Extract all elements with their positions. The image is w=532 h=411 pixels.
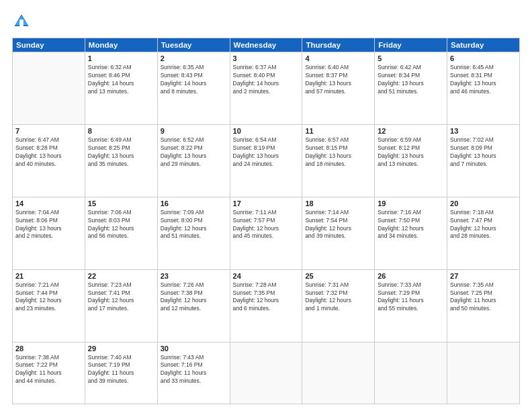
day-number: 21 [15, 272, 82, 280]
cell-info: Sunrise: 7:26 AM Sunset: 7:38 PM Dayligh… [161, 281, 227, 314]
day-number: 15 [88, 199, 154, 208]
weekday-header-row: SundayMondayTuesdayWednesdayThursdayFrid… [13, 38, 520, 52]
cell-info: Sunrise: 7:09 AM Sunset: 8:00 PM Dayligh… [161, 209, 227, 241]
calendar-cell [230, 342, 302, 404]
day-number: 14 [15, 199, 82, 208]
day-number: 29 [88, 345, 154, 353]
calendar-cell [375, 342, 447, 404]
weekday-header-wednesday: Wednesday [230, 38, 302, 52]
calendar-week-row: 28Sunrise: 7:38 AM Sunset: 7:22 PM Dayli… [13, 342, 520, 404]
calendar-week-row: 21Sunrise: 7:21 AM Sunset: 7:44 PM Dayli… [13, 269, 520, 342]
calendar-week-row: 14Sunrise: 7:04 AM Sunset: 8:06 PM Dayli… [13, 197, 520, 269]
cell-info: Sunrise: 6:45 AM Sunset: 8:31 PM Dayligh… [450, 64, 517, 96]
weekday-header-tuesday: Tuesday [157, 38, 230, 52]
cell-info: Sunrise: 6:47 AM Sunset: 8:28 PM Dayligh… [15, 136, 82, 169]
cell-info: Sunrise: 6:57 AM Sunset: 8:15 PM Dayligh… [305, 136, 371, 169]
day-number: 3 [233, 54, 300, 62]
cell-info: Sunrise: 7:16 AM Sunset: 7:50 PM Dayligh… [378, 209, 444, 241]
cell-info: Sunrise: 7:40 AM Sunset: 7:19 PM Dayligh… [88, 354, 154, 386]
cell-info: Sunrise: 7:43 AM Sunset: 7:16 PM Dayligh… [161, 354, 227, 386]
calendar-cell: 6Sunrise: 6:45 AM Sunset: 8:31 PM Daylig… [447, 52, 520, 125]
cell-info: Sunrise: 7:04 AM Sunset: 8:06 PM Dayligh… [15, 209, 82, 241]
svg-rect-2 [19, 19, 24, 26]
logo [12, 12, 34, 31]
cell-info: Sunrise: 6:32 AM Sunset: 8:46 PM Dayligh… [88, 64, 154, 96]
calendar-cell: 10Sunrise: 6:54 AM Sunset: 8:19 PM Dayli… [230, 124, 302, 197]
day-number: 10 [233, 127, 300, 135]
calendar-cell: 20Sunrise: 7:18 AM Sunset: 7:47 PM Dayli… [447, 197, 520, 269]
header [12, 12, 520, 31]
day-number: 2 [161, 54, 227, 62]
cell-info: Sunrise: 7:23 AM Sunset: 7:41 PM Dayligh… [88, 281, 154, 314]
cell-info: Sunrise: 7:28 AM Sunset: 7:35 PM Dayligh… [233, 281, 300, 314]
cell-info: Sunrise: 7:33 AM Sunset: 7:29 PM Dayligh… [378, 281, 444, 314]
day-number: 23 [161, 272, 227, 280]
cell-info: Sunrise: 6:40 AM Sunset: 8:37 PM Dayligh… [305, 64, 371, 96]
calendar-cell: 4Sunrise: 6:40 AM Sunset: 8:37 PM Daylig… [302, 52, 375, 125]
day-number: 9 [161, 127, 227, 135]
day-number: 6 [450, 54, 517, 62]
calendar-cell: 12Sunrise: 6:59 AM Sunset: 8:12 PM Dayli… [375, 124, 447, 197]
day-number: 1 [88, 54, 154, 62]
day-number: 19 [378, 199, 444, 208]
calendar-cell: 15Sunrise: 7:06 AM Sunset: 8:03 PM Dayli… [85, 197, 157, 269]
day-number: 28 [15, 345, 82, 353]
day-number: 11 [305, 127, 371, 135]
day-number: 4 [305, 54, 371, 62]
calendar-cell: 3Sunrise: 6:37 AM Sunset: 8:40 PM Daylig… [230, 52, 302, 125]
day-number: 30 [161, 345, 227, 353]
cell-info: Sunrise: 7:02 AM Sunset: 8:09 PM Dayligh… [450, 136, 517, 169]
calendar-cell: 17Sunrise: 7:11 AM Sunset: 7:57 PM Dayli… [230, 197, 302, 269]
calendar-table: SundayMondayTuesdayWednesdayThursdayFrid… [12, 38, 520, 404]
cell-info: Sunrise: 6:52 AM Sunset: 8:22 PM Dayligh… [161, 136, 227, 169]
calendar-cell: 16Sunrise: 7:09 AM Sunset: 8:00 PM Dayli… [157, 197, 230, 269]
day-number: 22 [88, 272, 154, 280]
cell-info: Sunrise: 7:06 AM Sunset: 8:03 PM Dayligh… [88, 209, 154, 241]
calendar-week-row: 1Sunrise: 6:32 AM Sunset: 8:46 PM Daylig… [13, 52, 520, 125]
calendar-cell: 27Sunrise: 7:35 AM Sunset: 7:25 PM Dayli… [447, 269, 520, 342]
day-number: 12 [378, 127, 444, 135]
cell-info: Sunrise: 6:42 AM Sunset: 8:34 PM Dayligh… [378, 64, 444, 96]
day-number: 5 [378, 54, 444, 62]
day-number: 13 [450, 127, 517, 135]
calendar-cell: 18Sunrise: 7:14 AM Sunset: 7:54 PM Dayli… [302, 197, 375, 269]
calendar-cell: 23Sunrise: 7:26 AM Sunset: 7:38 PM Dayli… [157, 269, 230, 342]
day-number: 8 [88, 127, 154, 135]
calendar-cell: 22Sunrise: 7:23 AM Sunset: 7:41 PM Dayli… [85, 269, 157, 342]
day-number: 24 [233, 272, 300, 280]
calendar-cell: 19Sunrise: 7:16 AM Sunset: 7:50 PM Dayli… [375, 197, 447, 269]
cell-info: Sunrise: 7:21 AM Sunset: 7:44 PM Dayligh… [15, 281, 82, 314]
weekday-header-saturday: Saturday [447, 38, 520, 52]
calendar-cell: 9Sunrise: 6:52 AM Sunset: 8:22 PM Daylig… [157, 124, 230, 197]
calendar-cell: 5Sunrise: 6:42 AM Sunset: 8:34 PM Daylig… [375, 52, 447, 125]
cell-info: Sunrise: 6:37 AM Sunset: 8:40 PM Dayligh… [233, 64, 300, 96]
weekday-header-friday: Friday [375, 38, 447, 52]
day-number: 20 [450, 199, 517, 208]
calendar-cell: 13Sunrise: 7:02 AM Sunset: 8:09 PM Dayli… [447, 124, 520, 197]
calendar-cell: 11Sunrise: 6:57 AM Sunset: 8:15 PM Dayli… [302, 124, 375, 197]
calendar-cell: 8Sunrise: 6:49 AM Sunset: 8:25 PM Daylig… [85, 124, 157, 197]
day-number: 17 [233, 199, 300, 208]
weekday-header-monday: Monday [85, 38, 157, 52]
calendar-cell: 21Sunrise: 7:21 AM Sunset: 7:44 PM Dayli… [13, 269, 85, 342]
day-number: 16 [161, 199, 227, 208]
calendar-cell [13, 52, 85, 125]
calendar-cell: 28Sunrise: 7:38 AM Sunset: 7:22 PM Dayli… [13, 342, 85, 404]
calendar-cell: 26Sunrise: 7:33 AM Sunset: 7:29 PM Dayli… [375, 269, 447, 342]
calendar-cell: 30Sunrise: 7:43 AM Sunset: 7:16 PM Dayli… [157, 342, 230, 404]
cell-info: Sunrise: 7:18 AM Sunset: 7:47 PM Dayligh… [450, 209, 517, 241]
cell-info: Sunrise: 7:31 AM Sunset: 7:32 PM Dayligh… [305, 281, 371, 314]
day-number: 18 [305, 199, 371, 208]
day-number: 7 [15, 127, 82, 135]
calendar-cell [302, 342, 375, 404]
calendar-cell: 2Sunrise: 6:35 AM Sunset: 8:43 PM Daylig… [157, 52, 230, 125]
calendar-cell: 7Sunrise: 6:47 AM Sunset: 8:28 PM Daylig… [13, 124, 85, 197]
calendar-week-row: 7Sunrise: 6:47 AM Sunset: 8:28 PM Daylig… [13, 124, 520, 197]
cell-info: Sunrise: 7:11 AM Sunset: 7:57 PM Dayligh… [233, 209, 300, 241]
day-number: 25 [305, 272, 371, 280]
page: SundayMondayTuesdayWednesdayThursdayFrid… [0, 0, 532, 411]
cell-info: Sunrise: 7:14 AM Sunset: 7:54 PM Dayligh… [305, 209, 371, 241]
logo-icon [12, 12, 31, 31]
cell-info: Sunrise: 7:35 AM Sunset: 7:25 PM Dayligh… [450, 281, 517, 314]
calendar-cell: 24Sunrise: 7:28 AM Sunset: 7:35 PM Dayli… [230, 269, 302, 342]
